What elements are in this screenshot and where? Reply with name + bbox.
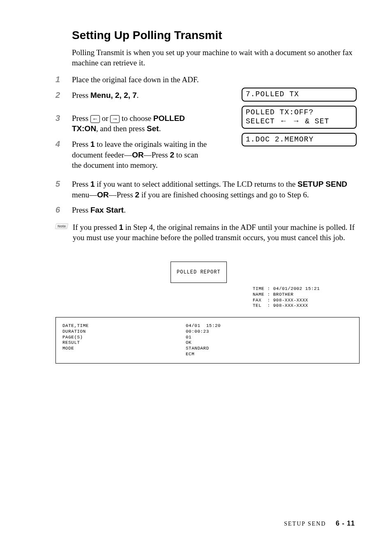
set-key: Set <box>147 124 159 133</box>
step-5: 5 Press 1 if you want to select addition… <box>55 179 359 200</box>
polled-report: POLLED REPORT TIME : 04/01/2002 15:21 NA… <box>55 262 360 364</box>
txt: , and then press <box>96 124 147 133</box>
txt: Press <box>72 180 90 188</box>
report-meta: TIME : 04/01/2002 15:21 NAME : BROTHER F… <box>253 286 360 309</box>
step-number: 1 <box>55 74 72 84</box>
txt: to choose <box>120 114 153 123</box>
report-labels-col: DATE,TIME DURATION PAGE(S) RESULT MODE <box>62 323 186 357</box>
menu-name: SETUP SEND <box>297 180 347 188</box>
step-number: 4 <box>55 139 72 149</box>
arrow-left-icon: ← <box>90 115 100 123</box>
report-table: DATE,TIME DURATION PAGE(S) RESULT MODE 0… <box>55 317 360 364</box>
step-text: Press ← or → to choose POLLED TX:ON, and… <box>72 113 210 134</box>
step-text: Press Fax Start. <box>72 205 126 215</box>
step-text: Place the original face down in the ADF. <box>72 74 199 85</box>
key-1: 1 <box>90 180 95 188</box>
key-1: 1 <box>119 223 123 232</box>
or-label: OR <box>97 190 109 199</box>
arrow-right-icon: → <box>292 117 300 125</box>
step-number: 2 <box>55 90 72 100</box>
or-label: OR <box>132 151 144 159</box>
page-footer: SETUP SEND 6 - 11 <box>284 520 355 527</box>
key-seq: , 2, 2, 7 <box>111 91 136 100</box>
step-1: 1 Place the original face down in the AD… <box>55 74 359 85</box>
txt: —Press <box>144 151 170 159</box>
key-1: 1 <box>90 140 95 148</box>
txt: Press <box>72 91 90 100</box>
lcd-line-1: 7.POLLED TX <box>242 88 357 102</box>
arrow-left-icon: ← <box>280 117 288 125</box>
footer-page-number: 6 - 11 <box>336 520 355 527</box>
lcd-line-2: POLLED TX:OFF? SELECT ← → & SET <box>242 106 357 129</box>
step-text: Press Menu, 2, 2, 7. <box>72 90 139 101</box>
txt: or <box>100 114 110 123</box>
txt: —Press <box>109 190 135 199</box>
step-text: Press 1 if you want to select additional… <box>72 179 359 200</box>
report-title: POLLED REPORT <box>171 262 227 283</box>
txt: Press <box>72 206 90 214</box>
step-text: Press 1 to leave the originals waiting i… <box>72 139 210 171</box>
report-values-col: 04/01 15:20 00:00:23 01 OK STANDARD ECM <box>186 323 221 357</box>
key-2: 2 <box>135 190 140 199</box>
lcd-panels: 7.POLLED TX POLLED TX:OFF? SELECT ← → & … <box>242 88 357 151</box>
txt: Press <box>72 140 90 148</box>
step-number: 5 <box>55 179 72 189</box>
lcd-l2b-prefix: SELECT <box>246 117 280 125</box>
step-number: 3 <box>55 113 72 123</box>
txt: If you pressed <box>73 223 119 232</box>
step-6: 6 Press Fax Start. <box>55 205 359 215</box>
note-text: If you pressed 1 in Step 4, the original… <box>73 222 359 243</box>
intro-paragraph: Polling Transmit is when you set up your… <box>72 48 359 68</box>
dot: . <box>124 206 126 214</box>
fax-start-key: Fax Start <box>90 206 124 214</box>
arrow-right-icon: → <box>110 115 120 123</box>
note-block: Note If you pressed 1 in Step 4, the ori… <box>55 222 359 243</box>
lcd-l2a: POLLED TX:OFF? <box>246 108 314 116</box>
step-number: 6 <box>55 205 72 215</box>
txt: Press <box>72 114 90 123</box>
footer-section: SETUP SEND <box>284 521 326 527</box>
lcd-l2b-suffix: & SET <box>300 117 329 125</box>
lcd-line-3: 1.DOC 2.MEMORY <box>242 133 357 147</box>
menu-key: Menu <box>90 91 111 100</box>
dot: . <box>159 124 161 133</box>
note-badge-icon: Note <box>55 223 69 229</box>
txt: menu— <box>72 190 97 199</box>
dot: . <box>137 91 139 100</box>
section-heading: Setting Up Polling Transmit <box>72 29 359 42</box>
key-2: 2 <box>170 151 175 159</box>
txt: if you are finished choosing settings an… <box>139 190 309 199</box>
txt: if you want to select additional setting… <box>95 180 297 188</box>
